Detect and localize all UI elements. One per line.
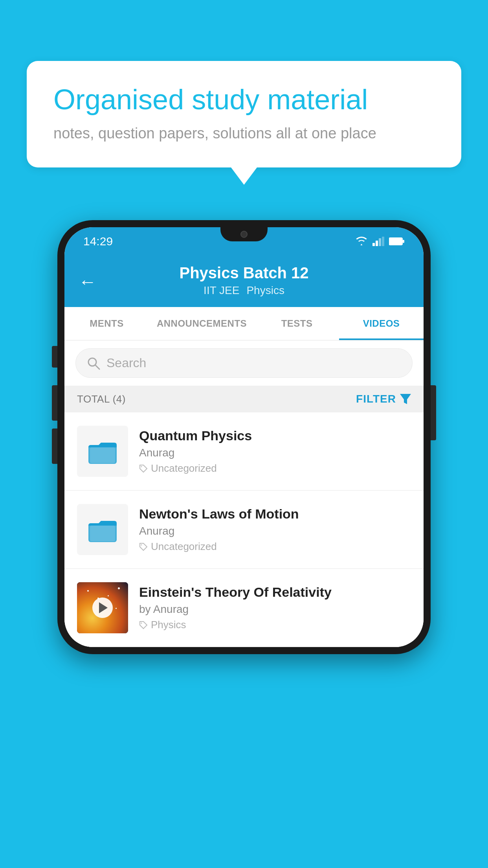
svg-rect-5 (403, 240, 404, 243)
video-tag-3: Physics (139, 619, 411, 631)
status-time: 14:29 (83, 235, 113, 248)
video-tag-1: Uncategorized (139, 462, 411, 474)
video-title-3: Einstein's Theory Of Relativity (139, 585, 411, 600)
subtitle-iitjee: IIT JEE (204, 284, 239, 297)
tag-icon (139, 542, 148, 551)
svg-point-11 (141, 466, 142, 467)
video-author-3: by Anurag (139, 603, 411, 616)
signal-icon (372, 237, 384, 246)
back-button[interactable]: ← (79, 271, 97, 292)
folder-icon (87, 514, 118, 545)
wifi-icon (355, 237, 368, 246)
speech-bubble: Organised study material notes, question… (27, 61, 461, 167)
video-tag-2: Uncategorized (139, 541, 411, 553)
folder-icon (87, 436, 118, 467)
battery-icon (389, 237, 405, 246)
tag-icon (139, 464, 148, 473)
tab-announcements[interactable]: ANNOUNCEMENTS (149, 307, 255, 340)
camera (240, 231, 248, 238)
svg-rect-0 (372, 243, 375, 246)
svg-line-7 (95, 365, 99, 369)
bubble-subtitle: notes, question papers, solutions all at… (53, 125, 435, 142)
total-count-label: TOTAL (4) (77, 393, 126, 405)
bubble-title: Organised study material (53, 83, 435, 116)
tag-icon (139, 621, 148, 629)
list-item[interactable]: Einstein's Theory Of Relativity by Anura… (64, 569, 424, 647)
filter-bar: TOTAL (4) FILTER (64, 386, 424, 412)
tab-videos[interactable]: VIDEOS (339, 307, 424, 340)
status-icons (355, 237, 405, 246)
app-subtitle: IIT JEE Physics (204, 284, 284, 297)
search-icon (87, 357, 100, 370)
svg-point-15 (141, 622, 142, 623)
app-title: Physics Batch 12 (179, 264, 308, 282)
video-author-2: Anurag (139, 525, 411, 537)
video-thumbnail-3 (77, 582, 128, 633)
tab-ments[interactable]: MENTS (64, 307, 149, 340)
svg-rect-2 (379, 238, 381, 246)
svg-rect-3 (382, 237, 384, 246)
svg-marker-8 (400, 394, 411, 404)
video-list: Quantum Physics Anurag Uncategorized (64, 412, 424, 647)
app-header: ← Physics Batch 12 IIT JEE Physics (64, 256, 424, 307)
phone-screen: 14:29 (64, 227, 424, 647)
list-item[interactable]: Quantum Physics Anurag Uncategorized (64, 412, 424, 491)
search-placeholder: Search (106, 356, 146, 370)
volume-down-button (52, 428, 57, 464)
video-info-2: Newton's Laws of Motion Anurag Uncategor… (139, 506, 411, 553)
tab-bar: MENTS ANNOUNCEMENTS TESTS VIDEOS (64, 307, 424, 340)
video-thumbnail-2 (77, 504, 128, 555)
play-button-overlay[interactable] (92, 598, 113, 618)
power-button (431, 385, 436, 440)
video-info-1: Quantum Physics Anurag Uncategorized (139, 428, 411, 474)
video-author-1: Anurag (139, 447, 411, 459)
svg-rect-1 (376, 241, 378, 246)
status-bar: 14:29 (64, 227, 424, 256)
phone-device: 14:29 (57, 220, 431, 654)
filter-button[interactable]: FILTER (356, 393, 411, 405)
video-info-3: Einstein's Theory Of Relativity by Anura… (139, 585, 411, 631)
phone-wrapper: 14:29 (57, 220, 431, 654)
subtitle-physics: Physics (246, 284, 284, 297)
video-thumbnail-1 (77, 426, 128, 477)
svg-point-14 (141, 544, 142, 545)
volume-up-button (52, 385, 57, 421)
svg-rect-4 (389, 238, 402, 245)
video-title-1: Quantum Physics (139, 428, 411, 443)
list-item[interactable]: Newton's Laws of Motion Anurag Uncategor… (64, 491, 424, 569)
notch (220, 227, 268, 241)
filter-icon (400, 394, 411, 404)
svg-rect-13 (90, 526, 115, 541)
svg-rect-10 (90, 447, 115, 463)
tab-tests[interactable]: TESTS (255, 307, 339, 340)
search-bar-container: Search (64, 340, 424, 386)
search-input-wrapper[interactable]: Search (75, 348, 413, 378)
video-title-2: Newton's Laws of Motion (139, 506, 411, 522)
